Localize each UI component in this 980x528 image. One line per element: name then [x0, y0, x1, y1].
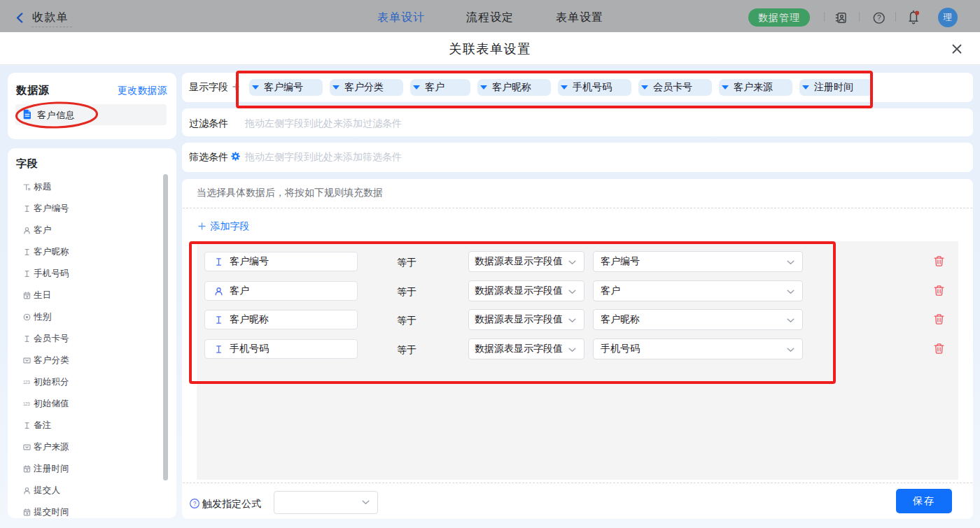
svg-text:?: ? — [193, 500, 197, 507]
svg-text:?: ? — [877, 14, 881, 22]
svg-text:123: 123 — [23, 401, 30, 406]
svg-text:123: 123 — [23, 380, 30, 385]
